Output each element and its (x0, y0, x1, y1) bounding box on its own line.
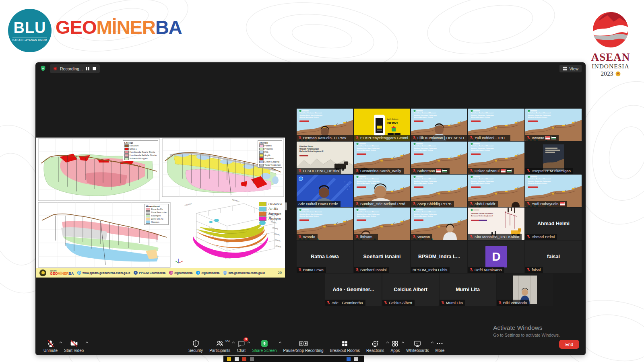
participant-tile-lilik-kurniawan-diy-kesd[interactable]: Pelatihan Evaluasi EkonomiSumber Daya da… (411, 109, 467, 141)
legend-title: Mineralisasi (146, 205, 167, 208)
participant-tile-ratna-lewa[interactable]: Ratna LewaRatna Lewa (297, 241, 353, 273)
facebook-icon: f (134, 271, 138, 275)
participant-tile-defri-kurniawan[interactable]: DDefri Kurniawan (468, 241, 524, 273)
participant-tile-asepta-pem-akamigas[interactable]: Asepta PEM Akamigas (525, 142, 582, 174)
participant-tile-sita-monalisa-dbt-kalbar[interactable]: Pelatihan Teknik EksplorasiBerbasis Onli… (468, 208, 524, 240)
toolbar-label: Chat (237, 348, 246, 353)
participants-icon: 29 (215, 339, 224, 348)
view-button[interactable]: View (559, 65, 582, 72)
participant-tile-costantina-sarah-wally[interactable]: Pelatihan Evaluasi EkonomiSumber Daya da… (354, 142, 410, 174)
legend-entry: Supergen (259, 212, 282, 216)
spotlight-icon (299, 177, 303, 181)
participant-tile-wondo[interactable]: Pelatihan Evaluasi EkonomiSumber Daya da… (297, 208, 353, 240)
toolbar-chat-button[interactable]: 3Chat (233, 339, 249, 353)
participant-tile-irwanto[interactable]: Pelatihan Evaluasi EkonomiSumber Daya da… (525, 109, 582, 141)
svg-text:NOW!: NOW! (387, 121, 398, 125)
litologi-legend: LitologiKoluviumSilika 1Hornblenda Quart… (123, 140, 158, 161)
toolbar-whiteboards-button[interactable]: Whiteboards (403, 339, 432, 353)
muted-mic-icon (527, 202, 530, 206)
footer-facebook: f PPSDM Geominerba (134, 271, 165, 275)
svg-text:Sumber Daya dan Cadangan: Sumber Daya dan Cadangan (414, 180, 437, 182)
toolbar-apps-button[interactable]: Apps (388, 339, 403, 353)
flag-ps-icon (551, 136, 556, 140)
reactions-icon (371, 339, 380, 348)
end-meeting-button[interactable]: End (559, 340, 579, 349)
svg-text:Sumber Daya dan Cadangan: Sumber Daya dan Cadangan (528, 180, 551, 182)
toolbar-label: Participants (209, 348, 230, 353)
participant-tile-elis-penyelenggara-geomi[interactable]: Let's Join us NOW! ELIS*Penyelenggara Ge… (354, 109, 410, 141)
toolbar-pause-stop-recording-button[interactable]: Pause/Stop Recording (280, 339, 327, 353)
muted-mic-icon (413, 202, 416, 206)
svg-text:Wilayah Pertambangan: Wilayah Pertambangan (299, 148, 319, 150)
chevron-up-icon[interactable] (85, 340, 89, 344)
asean-title: ASEAN (583, 51, 638, 63)
stop-recording-button[interactable] (93, 67, 96, 70)
participant-tile-wawan[interactable]: Pelatihan Evaluasi EkonomiSumber Daya da… (411, 208, 467, 240)
participant-tile-abdul-haidir[interactable]: Pelatihan Evaluasi EkonomiSumber Daya da… (468, 175, 524, 207)
muted-mic-icon (327, 301, 330, 304)
blu-subtitle: BADAN LAYANAN UMUM (12, 37, 47, 41)
chart-alterasi-cross-section: AlterasiPotasikPropilitikFilikArgilikSil… (162, 138, 284, 197)
participant-tile-oskar-adzanul[interactable]: Pelatihan Evaluasi EkonomiSumber Daya da… (468, 142, 524, 174)
svg-text:Pelatihan Evaluasi Ekonomi: Pelatihan Evaluasi Ekonomi (414, 145, 436, 147)
mic-muted-icon (46, 339, 55, 348)
participant-tile-yudi-rahayudin[interactable]: Pelatihan Evaluasi EkonomiSumber Daya da… (525, 175, 582, 207)
participant-tile-arie-naftali-hawu-hede[interactable]: Arie Naftali Hawu Hede (297, 175, 353, 207)
muted-mic-icon (470, 136, 473, 140)
share-screen-icon (260, 339, 269, 348)
svg-text:Berbasis Online Angkatan III: Berbasis Online Angkatan III (299, 150, 323, 152)
participant-name-label: Abdul Haidir (468, 201, 498, 207)
svg-text:Let's Join us: Let's Join us (387, 118, 398, 120)
participant-tile-asep-shiddiq-pepb[interactable]: Pelatihan Evaluasi EkonomiSumber Daya da… (411, 175, 467, 207)
view-label: View (569, 66, 578, 71)
participant-tile-sumbar-arie-meland-perd[interactable]: Pelatihan Evaluasi EkonomiSumber Daya da… (354, 175, 410, 207)
legend-title: Litologi (124, 142, 157, 144)
toolbar-share-screen-button[interactable]: Share Screen (249, 339, 280, 353)
participant-tile-riki-vernando[interactable]: Riki Vernando (497, 274, 553, 306)
participant-tile-ahmad-helmi[interactable]: Ahmad HelmiAhmad Helmi (525, 208, 582, 240)
participant-tile-yuli-indriani-dbt[interactable]: Pelatihan Evaluasi EkonomiSumber Daya da… (468, 109, 524, 141)
participant-tile-celcius-albert[interactable]: Celcius AlbertCelcius Albert (382, 274, 439, 306)
flag-id-icon (545, 136, 550, 140)
participant-tile-ade-geominerba[interactable]: Ade - Geominer...Ade - Geominerba (325, 274, 382, 306)
participant-tile-murni-lita[interactable]: Murni LitaMurni Lita (440, 274, 496, 306)
muted-mic-icon (355, 202, 359, 206)
participant-name-label: Yudi Rahayudin (525, 201, 567, 207)
toolbar-label: Breakout Rooms (330, 348, 360, 353)
svg-text:Sumber Daya dan Cadangan: Sumber Daya dan Cadangan (414, 147, 437, 149)
svg-text:Sumber Daya dan Cadangan: Sumber Daya dan Cadangan (299, 213, 322, 215)
participants-count: 29 (225, 339, 230, 343)
participant-tile-herman-kasudin-it-prov[interactable]: Pelatihan Evaluasi EkonomiSumber Daya da… (297, 109, 353, 141)
svg-text:Mineral Berbasis Online: Mineral Berbasis Online (414, 149, 433, 151)
toolbar-breakout-rooms-button[interactable]: Breakout Rooms (327, 339, 363, 353)
toolbar-security-button[interactable]: Security (185, 339, 206, 353)
participant-tile-soeharti-isnaini[interactable]: Soeharti IsnainiSoeharti Isnaini (354, 241, 410, 273)
toolbar-unmute-button[interactable]: Unmute (40, 339, 61, 353)
toolbar-reactions-button[interactable]: Reactions (363, 339, 387, 353)
meeting-security-shield-icon[interactable] (40, 65, 46, 72)
toolbar-start-video-button[interactable]: Start Video (61, 339, 87, 353)
participant-name-label: Costantina Sarah_Wally (354, 168, 404, 174)
participant-tile-bpsdm-indra-lubis[interactable]: BPSDM_Indra L...BPSDM_Indra Lubis (411, 241, 467, 273)
participant-tile-ibtisam[interactable]: Pelatihan Evaluasi EkonomiSumber Daya da… (354, 208, 410, 240)
participant-tile-it-sulteng-debin[interactable]: Pelatihan TeknisWilayah PertambanganBerb… (297, 142, 353, 174)
pause-recording-button[interactable] (86, 66, 90, 71)
slide-footer: ppsdm GEOMİNERBA www.ppsdm-geominerba.es… (36, 268, 285, 278)
footer-instagram: @geominerba (169, 271, 192, 275)
scrollbar-thumb[interactable] (285, 202, 287, 210)
legend-entry: Zone Mo-Au (146, 218, 167, 220)
muted-mic-icon (355, 268, 359, 272)
toolbar-more-button[interactable]: More (432, 339, 448, 353)
legend-entry: Oxidation (259, 202, 282, 206)
participant-tile-faisal[interactable]: faisalfaisal (525, 241, 582, 273)
participant-grid: Pelatihan Evaluasi EkonomiSumber Daya da… (297, 109, 582, 306)
legend-entry: Tidak Teralterasi (259, 164, 281, 167)
legend-entry: Silisifikasi (259, 157, 281, 160)
participant-tile-suherman[interactable]: Pelatihan Evaluasi EkonomiSumber Daya da… (411, 142, 467, 174)
muted-mic-icon (527, 136, 530, 140)
toolbar-participants-button[interactable]: 29Participants (206, 339, 233, 353)
legend-entry: Hornblenda Quartz Diorite (124, 151, 157, 154)
participant-name-label: Soeharti Isnaini (354, 267, 389, 273)
alterasi-legend: AlterasiPotasikPropilitikFilikArgilikSil… (258, 140, 282, 168)
muted-mic-icon (413, 169, 416, 173)
